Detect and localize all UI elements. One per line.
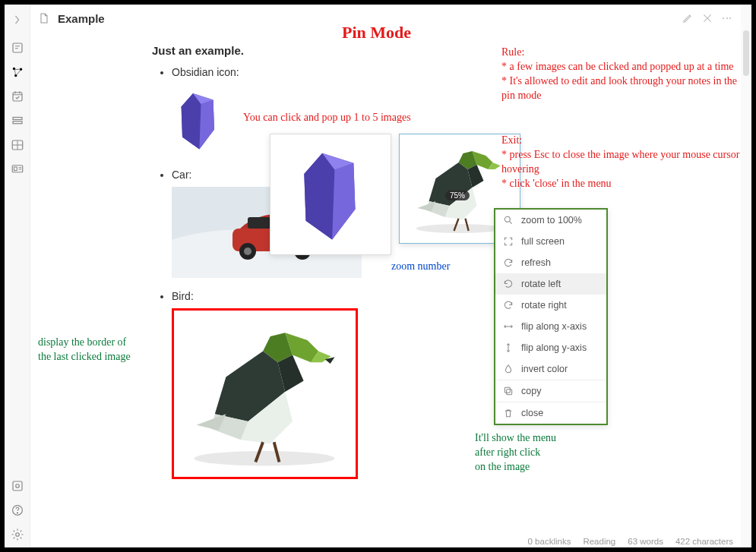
svg-point-27: [195, 451, 335, 465]
annotation-exit: Exit: * press Esc to close the image whe…: [501, 134, 752, 191]
svg-point-43: [416, 224, 503, 233]
menu-zoom-100[interactable]: zoom to 100%: [495, 210, 606, 231]
menu-label: full screen: [521, 236, 565, 247]
image-popup-obsidian[interactable]: [270, 134, 391, 255]
bird-thumb-image[interactable]: [172, 308, 358, 479]
annotation-text: display the border of: [38, 336, 131, 350]
note-title: Example: [58, 12, 105, 25]
obsidian-thumb-image[interactable]: [172, 86, 225, 154]
menu-fullscreen[interactable]: full screen: [495, 231, 606, 252]
annotation-text: click 'close' in the menu: [510, 178, 612, 189]
close-icon[interactable]: [701, 12, 713, 24]
zoom-badge: 75%: [445, 191, 470, 200]
menu-label: rotate left: [521, 279, 561, 289]
svg-marker-16: [182, 93, 201, 150]
annotation-click-tip: You can click and pop up 1 to 5 images: [243, 111, 411, 125]
annotation-text: It'll show the menu: [475, 431, 556, 446]
svg-rect-4: [13, 93, 22, 101]
menu-invert[interactable]: invert color: [495, 358, 606, 380]
annotation-border: display the border of the last clicked i…: [38, 336, 131, 364]
annotation-zoom: zoom number: [391, 260, 450, 274]
annotation-text: on the image: [475, 460, 556, 475]
left-ribbon: [5, 5, 30, 547]
status-mode[interactable]: Reading: [583, 537, 615, 546]
drop-icon: [503, 364, 514, 374]
help-icon[interactable]: [11, 503, 24, 517]
svg-rect-10: [13, 481, 22, 490]
menu-label: refresh: [521, 257, 551, 268]
annotation-text: the last clicked image: [38, 350, 131, 364]
rotate-left-icon: [503, 279, 514, 289]
status-bar: 0 backlinks Reading 63 words 422 charact…: [528, 537, 733, 546]
svg-point-13: [17, 513, 18, 514]
menu-flip-y[interactable]: flip along y-axis: [495, 337, 606, 358]
annotation-rule: Rule: * a few images can be clicked and …: [501, 46, 752, 103]
menu-label: copy: [521, 386, 541, 396]
svg-point-54: [505, 216, 510, 222]
svg-point-11: [15, 484, 19, 488]
more-options-icon[interactable]: ⋮: [721, 13, 733, 24]
menu-rotate-left[interactable]: rotate left: [495, 273, 606, 295]
arrows-vertical-icon: [503, 342, 514, 353]
annotation-text: press Esc to close the image where your …: [501, 149, 749, 175]
vault-icon[interactable]: [11, 479, 24, 493]
daily-note-icon[interactable]: [11, 90, 24, 103]
slides-icon[interactable]: [11, 162, 24, 176]
list-item-label: Car:: [172, 169, 191, 181]
svg-rect-56: [505, 387, 510, 393]
fullscreen-icon: [503, 236, 514, 247]
svg-rect-6: [13, 121, 22, 124]
svg-marker-40: [304, 153, 334, 240]
annotation-rule-heading: Rule:: [501, 46, 524, 58]
annotation-menu-tip: It'll show the menu after right click on…: [475, 431, 556, 475]
editor-pane: Example ⋮ Just an example. Obsidian icon…: [30, 5, 741, 547]
edit-icon[interactable]: [682, 12, 694, 24]
status-words: 63 words: [628, 537, 663, 546]
annotation-exit-heading: Exit:: [501, 134, 522, 146]
templates-icon[interactable]: [11, 114, 24, 128]
menu-copy[interactable]: copy: [495, 380, 606, 402]
status-backlinks[interactable]: 0 backlinks: [528, 537, 571, 546]
arrows-horizontal-icon: [503, 321, 514, 332]
annotation-text: It's allowed to edit and look through yo…: [501, 75, 737, 101]
menu-refresh[interactable]: refresh: [495, 252, 606, 273]
svg-point-14: [15, 533, 19, 537]
annotation-text: after right click: [475, 446, 556, 460]
menu-rotate-right[interactable]: rotate right: [495, 295, 606, 316]
annotation-text: a few images can be clicked and popped u…: [510, 61, 734, 72]
copy-icon: [503, 386, 514, 396]
menu-label: flip along x-axis: [521, 321, 587, 332]
status-chars: 422 characters: [675, 537, 733, 546]
svg-marker-41: [332, 163, 355, 240]
loupe-icon: [503, 215, 514, 226]
list-item: Bird:: [172, 290, 729, 479]
svg-point-24: [244, 248, 251, 255]
menu-close[interactable]: close: [495, 402, 606, 424]
quick-switcher-icon[interactable]: [11, 41, 24, 55]
rotate-right-icon: [503, 300, 514, 311]
list-item-label: Bird:: [172, 290, 194, 302]
svg-marker-17: [199, 99, 214, 149]
graph-view-icon[interactable]: [11, 65, 24, 79]
note-content: Just an example. Obsidian icon: Car:: [30, 32, 741, 547]
annotation-title: Pin Mode: [342, 21, 411, 44]
trash-icon: [503, 408, 514, 418]
svg-rect-55: [507, 390, 512, 395]
list-item-label: Obsidian icon:: [172, 66, 239, 78]
scrollbar-thumb[interactable]: [743, 30, 749, 76]
sidebar-expand-toggle[interactable]: [13, 9, 22, 30]
menu-label: zoom to 100%: [521, 215, 582, 226]
svg-rect-9: [14, 167, 17, 171]
command-palette-icon[interactable]: [11, 138, 24, 152]
svg-rect-5: [13, 118, 22, 120]
menu-label: close: [521, 408, 543, 418]
menu-flip-x[interactable]: flip along x-axis: [495, 316, 606, 337]
svg-rect-0: [13, 43, 22, 52]
settings-icon[interactable]: [11, 528, 24, 541]
image-context-menu: zoom to 100% full screen refresh rotate …: [494, 208, 608, 425]
file-icon: [38, 12, 50, 24]
app-frame: Example ⋮ Just an example. Obsidian icon…: [5, 5, 751, 547]
scrollbar[interactable]: [741, 5, 751, 547]
menu-label: rotate right: [521, 300, 567, 311]
menu-label: invert color: [521, 364, 568, 374]
